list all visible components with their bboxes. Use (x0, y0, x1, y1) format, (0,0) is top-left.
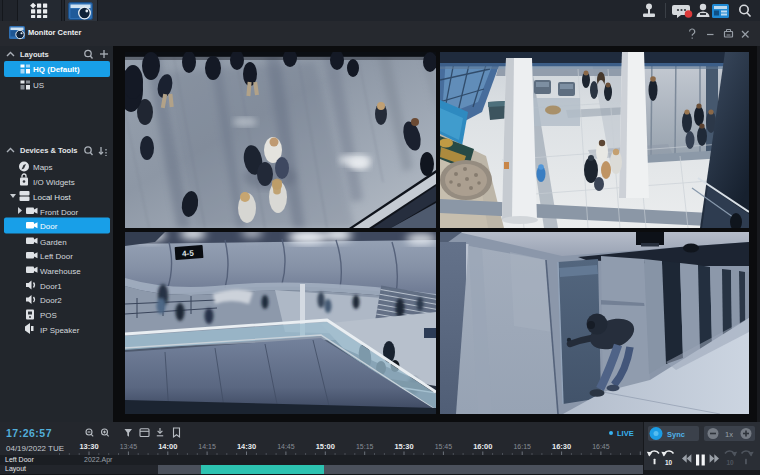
svg-text:US: US (33, 81, 44, 90)
svg-text:I/O Widgets: I/O Widgets (33, 178, 75, 187)
svg-text:14:30: 14:30 (237, 442, 256, 451)
svg-text:15:30: 15:30 (394, 442, 413, 451)
svg-text:LIVE: LIVE (617, 429, 634, 438)
svg-text:POS: POS (40, 311, 57, 320)
svg-text:13:30: 13:30 (79, 442, 98, 451)
svg-text:14:15: 14:15 (198, 443, 216, 450)
svg-text:14:00: 14:00 (158, 442, 177, 451)
svg-text:Maps: Maps (33, 163, 53, 172)
svg-text:1x: 1x (725, 430, 733, 439)
svg-text:16:30: 16:30 (552, 442, 571, 451)
svg-text:13:45: 13:45 (120, 443, 138, 450)
svg-text:4-5: 4-5 (182, 249, 195, 259)
svg-text:Sync: Sync (667, 430, 685, 439)
svg-text:Left Door: Left Door (40, 252, 73, 261)
svg-text:Garden: Garden (40, 238, 67, 247)
svg-text:16:15: 16:15 (513, 443, 531, 450)
svg-text:16:00: 16:00 (473, 442, 492, 451)
svg-text:10: 10 (665, 459, 673, 466)
svg-text:Door2: Door2 (40, 296, 62, 305)
svg-text:15:15: 15:15 (356, 443, 374, 450)
svg-text:Door1: Door1 (40, 282, 62, 291)
svg-text:15:45: 15:45 (435, 443, 453, 450)
svg-text:IP Speaker: IP Speaker (40, 326, 80, 335)
svg-text:HQ (Default): HQ (Default) (33, 65, 80, 74)
svg-text:15:00: 15:00 (316, 442, 335, 451)
svg-text:Warehouse: Warehouse (40, 267, 81, 276)
svg-text:14:45: 14:45 (277, 443, 295, 450)
svg-text:10: 10 (727, 459, 735, 466)
svg-text:Devices & Tools: Devices & Tools (20, 146, 77, 155)
svg-text:Layouts: Layouts (20, 50, 49, 59)
svg-text:Front Door: Front Door (40, 208, 79, 217)
svg-text:Door: Door (40, 222, 58, 231)
svg-text:16:45: 16:45 (592, 443, 610, 450)
svg-text:Local Host: Local Host (33, 193, 72, 202)
